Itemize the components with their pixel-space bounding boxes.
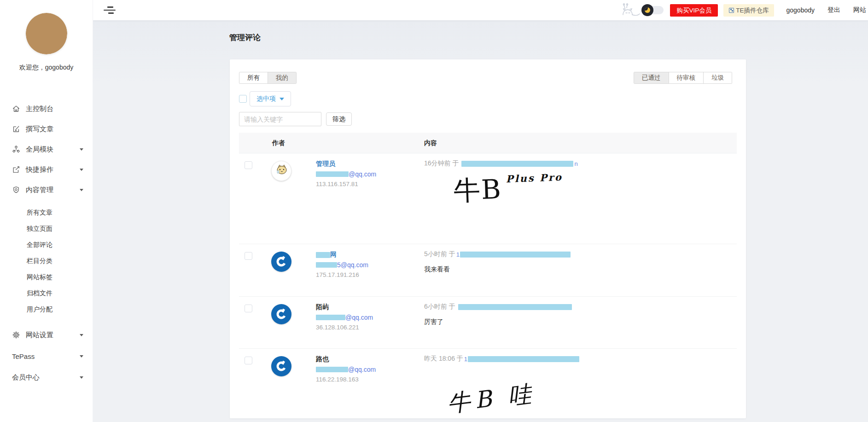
- comments-card: 所有 我的 已通过 待审核 垃圾 选中项 筛选 作者 内容: [230, 59, 746, 418]
- sidebar-item-site-settings[interactable]: 网站设置: [0, 325, 93, 345]
- name-visible-text: 网: [330, 251, 337, 258]
- comment-meta: 昨天 18:06 于 1: [424, 355, 737, 363]
- table-header: 作者 内容: [239, 133, 737, 153]
- sidebar-item-label: 主控制台: [26, 105, 53, 113]
- table-row: “特别干的演员” 管理员 @qq.com 113.116.157.81 16分钟…: [239, 153, 737, 244]
- select-all-checkbox[interactable]: [239, 95, 247, 103]
- author-email[interactable]: 5@qq.com: [316, 261, 368, 269]
- tab-all[interactable]: 所有: [239, 72, 268, 83]
- sidebar-item-member-center[interactable]: 会员中心: [0, 367, 93, 387]
- column-header-author: 作者: [272, 133, 285, 153]
- sidebar-item-label: 快捷操作: [26, 165, 53, 174]
- author-email[interactable]: @qq.com: [316, 170, 376, 178]
- author-email[interactable]: @qq.com: [316, 366, 376, 373]
- email-redaction-bar: [316, 315, 345, 320]
- author-name[interactable]: 陌屿: [316, 303, 373, 311]
- author-cell: 陌屿 @qq.com 36.128.106.221: [316, 303, 373, 331]
- badge-icon: [12, 186, 20, 194]
- sidebar-subitem-pages[interactable]: 独立页面: [0, 221, 93, 237]
- link-visible-head: 1: [456, 251, 460, 258]
- logout-link[interactable]: 登出: [827, 6, 840, 14]
- site-link[interactable]: 网站: [853, 6, 866, 14]
- link-redaction-bar: [468, 356, 579, 362]
- page-title: 管理评论: [229, 32, 261, 43]
- author-cell: 管理员 @qq.com 113.116.157.81: [316, 159, 376, 188]
- row-checkbox[interactable]: [245, 161, 252, 169]
- author-ip: 175.17.191.216: [316, 271, 368, 279]
- author-name-link[interactable]: 管理员: [316, 159, 376, 168]
- comment-text: 厉害了: [424, 318, 737, 326]
- email-redaction-bar: [316, 367, 348, 372]
- comment-time: 6小时前 于: [424, 303, 455, 311]
- blue-power-avatar: [271, 304, 291, 324]
- sidebar-collapse-icon[interactable]: [103, 6, 116, 15]
- sidebar-subitem-user-assign[interactable]: 用户分配: [0, 301, 93, 317]
- sidebar-item-quick-actions[interactable]: 快捷操作: [0, 159, 93, 180]
- handwriting-main: 牛B: [453, 173, 502, 206]
- author-email[interactable]: @qq.com: [316, 314, 373, 321]
- tabs-row: 所有 我的 已通过 待审核 垃圾: [239, 72, 732, 84]
- chevron-down-icon: [80, 189, 83, 191]
- comment-text: 我来看看: [424, 265, 737, 274]
- sidebar-subitem-archives[interactable]: 归档文件: [0, 285, 93, 301]
- sidebar-item-write-post[interactable]: 撰写文章: [0, 119, 93, 139]
- search-row: 筛选: [239, 112, 352, 126]
- filter-button[interactable]: 筛选: [326, 112, 352, 126]
- username-link[interactable]: gogobody: [786, 6, 815, 14]
- email-redaction-bar: [316, 262, 337, 268]
- keyword-search-input[interactable]: [239, 112, 321, 126]
- edit-icon: [12, 125, 20, 133]
- author-name-link[interactable]: 网: [316, 250, 368, 258]
- tab-pending[interactable]: 待审核: [669, 72, 704, 83]
- user-avatar[interactable]: [26, 13, 67, 54]
- chevron-down-icon: [280, 98, 284, 100]
- comment-time: 5小时前 于: [424, 250, 455, 258]
- plugin-store-label: TE插件仓库: [736, 4, 769, 17]
- cat-doodle-icon: [621, 3, 643, 18]
- dark-mode-toggle[interactable]: [644, 6, 664, 14]
- sidebar-subitem-categories[interactable]: 栏目分类: [0, 253, 93, 269]
- buy-vip-button[interactable]: 购买VIP会员: [670, 4, 718, 17]
- comment-meta: 16分钟前 于 n: [424, 159, 737, 168]
- plugin-store-button[interactable]: TE插件仓库: [723, 4, 774, 17]
- tab-mine[interactable]: 我的: [268, 72, 296, 83]
- sidebar-item-tepass[interactable]: TePass: [0, 345, 93, 367]
- handwriting-comment-image: 牛B 哇: [446, 378, 537, 418]
- comment-time: 16分钟前 于: [424, 159, 459, 168]
- content-cell: 昨天 18:06 于 1 牛B 哇: [424, 355, 737, 363]
- sidebar-item-content-management[interactable]: 内容管理: [0, 180, 93, 200]
- handwriting-main: 牛B 哇: [446, 380, 537, 417]
- sidebar-subitem-tags[interactable]: 网站标签: [0, 269, 93, 285]
- handwriting-sup: Plus Pro: [506, 171, 563, 185]
- chevron-down-icon: [80, 355, 83, 358]
- moon-icon: [641, 4, 653, 16]
- sidebar: 欢迎您，gogobody 主控制台 撰写文章 全局模块 快捷操作: [0, 0, 93, 422]
- user-avatar-image: [26, 13, 67, 54]
- sidebar-item-dashboard[interactable]: 主控制台: [0, 99, 93, 119]
- sidebar-subitem-all-posts[interactable]: 所有文章: [0, 205, 93, 221]
- email-visible-text: @qq.com: [345, 314, 373, 321]
- link-redaction-bar: [460, 252, 571, 258]
- tab-spam[interactable]: 垃圾: [703, 72, 732, 83]
- chevron-down-icon: [80, 148, 83, 151]
- topbar: 购买VIP会员 TE插件仓库 gogobody 登出 网站: [93, 0, 868, 20]
- author-name[interactable]: 路也: [316, 355, 376, 363]
- bulk-dropdown-button[interactable]: 选中项: [250, 91, 291, 106]
- email-visible-text: @qq.com: [349, 170, 376, 178]
- chevron-down-icon: [80, 334, 83, 336]
- content-cell: 6小时前 于 厉害了: [424, 303, 737, 326]
- comment-meta: 5小时前 于 1: [424, 250, 737, 258]
- comment-time: 昨天 18:06 于: [424, 355, 463, 363]
- sidebar-item-global-modules[interactable]: 全局模块: [0, 139, 93, 159]
- gear-icon: [12, 331, 20, 339]
- comment-meta: 6小时前 于: [424, 303, 737, 311]
- sidebar-subitem-all-comments[interactable]: 全部评论: [0, 237, 93, 253]
- handwriting-comment-image: 牛BPlus Pro: [453, 170, 559, 209]
- row-checkbox[interactable]: [245, 305, 252, 312]
- link-redaction-bar: [458, 304, 572, 310]
- row-checkbox[interactable]: [245, 252, 252, 260]
- row-checkbox[interactable]: [245, 357, 252, 364]
- tab-approved[interactable]: 已通过: [634, 72, 669, 83]
- author-ip: 113.116.157.81: [316, 181, 376, 188]
- sidebar-item-label: 会员中心: [12, 373, 40, 382]
